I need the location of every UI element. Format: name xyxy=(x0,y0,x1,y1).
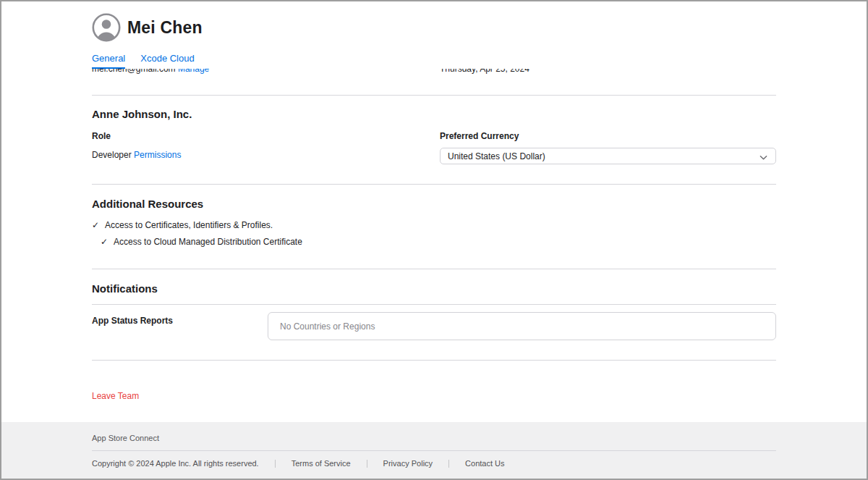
currency-column: Preferred Currency United States (US Dol… xyxy=(440,131,776,164)
apple-id-email: mei.chen@gmail.com xyxy=(92,69,176,74)
currency-selected-value: United States (US Dollar) xyxy=(448,151,545,161)
footer-separator xyxy=(367,460,367,468)
resource-item-label: Access to Certificates, Identifiers & Pr… xyxy=(105,220,273,230)
resource-item-label: Access to Cloud Managed Distribution Cer… xyxy=(114,237,302,247)
contact-us-link[interactable]: Contact Us xyxy=(465,459,504,468)
footer-links: Copyright © 2024 Apple Inc. All rights r… xyxy=(92,459,776,468)
app-status-reports-label: App Status Reports xyxy=(92,312,268,340)
currency-select[interactable]: United States (US Dollar) xyxy=(440,148,776,164)
team-heading: Anne Johnson, Inc. xyxy=(92,108,776,120)
user-identity: Mei Chen xyxy=(92,13,776,42)
footer-separator xyxy=(448,460,449,468)
tab-xcode-cloud[interactable]: Xcode Cloud xyxy=(140,53,194,69)
manage-link[interactable]: Manage xyxy=(178,69,209,74)
user-avatar-icon xyxy=(92,13,121,42)
currency-label: Preferred Currency xyxy=(440,131,776,141)
countries-regions-field[interactable]: No Countries or Regions xyxy=(268,312,776,340)
checkmark-icon: ✓ xyxy=(101,237,108,247)
permissions-link[interactable]: Permissions xyxy=(134,150,181,160)
leave-team-wrap: Leave Team xyxy=(92,361,776,402)
role-column: Role Developer Permissions xyxy=(92,131,440,164)
privacy-policy-link[interactable]: Privacy Policy xyxy=(383,459,433,468)
apple-id-email-cell: mei.chen@gmail.com Manage xyxy=(92,69,440,74)
page-footer: App Store Connect Copyright © 2024 Apple… xyxy=(1,422,867,479)
tab-bar: General Xcode Cloud xyxy=(92,53,776,69)
additional-resources-section: Additional Resources ✓ Access to Certifi… xyxy=(92,185,776,269)
resource-item: ✓ Access to Cloud Managed Distribution C… xyxy=(101,237,776,247)
page-title: Mei Chen xyxy=(127,18,203,38)
page-header: Mei Chen General Xcode Cloud xyxy=(1,1,867,69)
notifications-section: Notifications App Status Reports No Coun… xyxy=(92,269,776,361)
resource-item: ✓ Access to Certificates, Identifiers & … xyxy=(92,220,776,230)
footer-separator xyxy=(275,460,276,468)
tab-general[interactable]: General xyxy=(92,53,125,69)
checkmark-icon: ✓ xyxy=(92,220,99,230)
role-line: Developer Permissions xyxy=(92,150,440,160)
team-section: Anne Johnson, Inc. Role Developer Permis… xyxy=(92,96,776,185)
role-label: Role xyxy=(92,131,440,141)
apple-id-date: Thursday, Apr 25, 2024 xyxy=(440,69,776,74)
countries-regions-placeholder: No Countries or Regions xyxy=(280,321,375,332)
terms-of-service-link[interactable]: Terms of Service xyxy=(292,459,351,468)
app-window: Mei Chen General Xcode Cloud mei.chen@gm… xyxy=(0,0,868,480)
apple-id-row: mei.chen@gmail.com Manage Thursday, Apr … xyxy=(92,69,776,96)
app-status-reports-row: App Status Reports No Countries or Regio… xyxy=(92,305,776,361)
copyright-text: Copyright © 2024 Apple Inc. All rights r… xyxy=(92,459,259,468)
leave-team-link[interactable]: Leave Team xyxy=(92,391,139,401)
notifications-heading: Notifications xyxy=(92,282,776,295)
additional-resources-heading: Additional Resources xyxy=(92,198,776,210)
role-value: Developer xyxy=(92,150,132,160)
footer-brand: App Store Connect xyxy=(92,434,776,451)
chevron-down-icon xyxy=(760,153,767,160)
